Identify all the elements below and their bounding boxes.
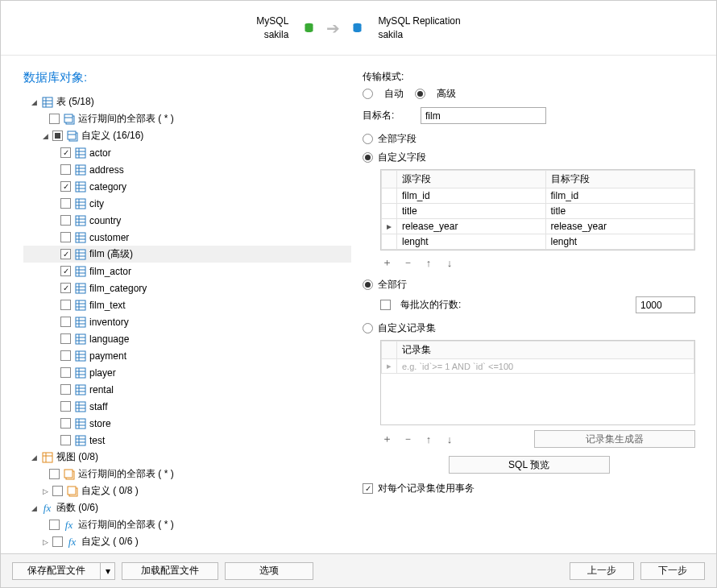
- tree-node-views-custom[interactable]: ▷ 自定义 ( 0/8 ): [23, 482, 351, 499]
- tree-table-rental[interactable]: rental: [23, 381, 351, 398]
- prev-button[interactable]: 上一步: [570, 562, 634, 580]
- svg-rect-88: [64, 470, 73, 478]
- tree-node-functions-custom[interactable]: ▷ fx 自定义 ( 0/6 ): [23, 533, 351, 550]
- field-row[interactable]: lenghtlenght: [382, 234, 694, 250]
- tree-node-tables-runtime[interactable]: 运行期间的全部表 ( * ): [23, 110, 351, 127]
- tree-table-film_actor[interactable]: film_actor: [23, 263, 351, 280]
- radio-custom-records[interactable]: [363, 323, 373, 333]
- checkbox-icon[interactable]: [60, 401, 71, 412]
- radio-auto[interactable]: [363, 89, 373, 99]
- target-name-input[interactable]: [421, 107, 546, 124]
- tree-table-player[interactable]: player: [23, 364, 351, 381]
- load-profile-button[interactable]: 加载配置文件: [122, 562, 218, 580]
- checkbox-icon[interactable]: [60, 232, 71, 242]
- tree-table-film_text[interactable]: film_text: [23, 296, 351, 313]
- radio-all-fields[interactable]: [363, 134, 373, 144]
- up-icon[interactable]: ↑: [422, 433, 435, 445]
- tree-table-payment[interactable]: payment: [23, 347, 351, 364]
- remove-icon[interactable]: －: [401, 432, 414, 446]
- save-profile-dropdown[interactable]: ▾: [101, 562, 115, 580]
- checkbox-icon[interactable]: [60, 215, 71, 226]
- field-row[interactable]: titletitle: [382, 204, 694, 219]
- field-row[interactable]: film_idfilm_id: [382, 188, 694, 204]
- tree-table-film (高级)[interactable]: film (高级): [23, 246, 351, 263]
- tree-table-address[interactable]: address: [23, 161, 351, 178]
- tree-table-staff[interactable]: staff: [23, 398, 351, 415]
- save-profile-button[interactable]: 保存配置文件: [12, 562, 101, 580]
- checkbox-icon[interactable]: [60, 198, 71, 209]
- tree-label: 表 (5/18): [56, 95, 94, 109]
- checkbox-batch[interactable]: [380, 300, 391, 310]
- tree-node-functions[interactable]: ◢ fx 函数 (0/6): [23, 499, 351, 516]
- function-icon: fx: [41, 502, 53, 514]
- field-row[interactable]: ▸release_yearrelease_year: [382, 219, 694, 234]
- tree-node-tables-custom[interactable]: ◢ 自定义 (16/16): [23, 127, 351, 144]
- checkbox-icon[interactable]: [60, 367, 71, 378]
- checkbox-icon[interactable]: [60, 249, 71, 259]
- tree-table-customer[interactable]: customer: [23, 229, 351, 246]
- checkbox-partial-icon[interactable]: [52, 130, 63, 141]
- tree-table-country[interactable]: country: [23, 212, 351, 229]
- checkbox-use-transaction[interactable]: [363, 483, 373, 494]
- col-target: 目标字段: [545, 171, 694, 188]
- checkbox-icon[interactable]: [60, 300, 71, 310]
- checkbox-icon[interactable]: [60, 317, 71, 327]
- checkbox-icon[interactable]: [60, 333, 71, 344]
- checkbox-icon[interactable]: [52, 486, 63, 496]
- table-icon: [74, 400, 86, 412]
- checkbox-icon[interactable]: [60, 435, 71, 445]
- checkbox-icon[interactable]: [60, 181, 71, 192]
- radio-custom-fields[interactable]: [363, 152, 373, 163]
- radio-all-rows[interactable]: [363, 280, 373, 290]
- tree-label: film_actor: [89, 266, 131, 277]
- checkbox-icon[interactable]: [60, 164, 71, 175]
- checkbox-icon[interactable]: [60, 266, 71, 276]
- down-icon[interactable]: ↓: [443, 257, 456, 269]
- tree-label: address: [89, 164, 124, 176]
- svg-rect-24: [76, 199, 85, 209]
- sql-preview-button[interactable]: SQL 预览: [449, 456, 610, 474]
- options-button[interactable]: 选项: [225, 562, 313, 580]
- checkbox-icon[interactable]: [60, 384, 71, 395]
- recordset-grid[interactable]: 记录集 ▸e.g. `id`>= 1 AND `id` <=100: [380, 340, 695, 425]
- tree-node-tables[interactable]: ◢ 表 (5/18): [23, 93, 351, 110]
- checkbox-icon[interactable]: [60, 418, 71, 429]
- tree-table-store[interactable]: store: [23, 415, 351, 432]
- generator-button[interactable]: 记录集生成器: [534, 430, 695, 448]
- tree-table-test[interactable]: test: [23, 432, 351, 449]
- tree-table-category[interactable]: category: [23, 178, 351, 195]
- checkbox-icon[interactable]: [60, 350, 71, 361]
- batch-input[interactable]: [636, 296, 695, 313]
- database-icon: [351, 22, 363, 34]
- recordset-placeholder[interactable]: e.g. `id`>= 1 AND `id` <=100: [397, 359, 694, 374]
- tree-node-views-runtime[interactable]: 运行期间的全部表 ( * ): [23, 466, 351, 482]
- checkbox-icon[interactable]: [60, 283, 71, 293]
- tree-label: store: [89, 418, 111, 429]
- tree-table-language[interactable]: language: [23, 330, 351, 347]
- remove-icon[interactable]: －: [401, 255, 414, 270]
- tree-table-inventory[interactable]: inventory: [23, 313, 351, 330]
- tree-label: 自定义 (16/16): [81, 129, 143, 143]
- checkbox-icon[interactable]: [60, 147, 71, 158]
- tree-node-functions-runtime[interactable]: fx 运行期间的全部表 ( * ): [23, 516, 351, 533]
- table-icon: [74, 197, 86, 209]
- table-icon: [74, 265, 86, 277]
- radio-advanced[interactable]: [415, 89, 425, 99]
- add-icon[interactable]: ＋: [380, 255, 393, 270]
- tree-table-city[interactable]: city: [23, 195, 351, 212]
- tree-table-film_category[interactable]: film_category: [23, 280, 351, 296]
- svg-rect-80: [76, 436, 85, 445]
- add-icon[interactable]: ＋: [380, 432, 393, 446]
- up-icon[interactable]: ↑: [422, 257, 435, 269]
- next-button[interactable]: 下一步: [640, 562, 705, 580]
- field-mapping-grid[interactable]: 源字段目标字段 film_idfilm_idtitletitle▸release…: [380, 169, 695, 251]
- checkbox-icon[interactable]: [49, 520, 60, 530]
- tree-label: 自定义 ( 0/8 ): [81, 484, 139, 498]
- tree-table-actor[interactable]: actor: [23, 144, 351, 161]
- down-icon[interactable]: ↓: [443, 433, 456, 445]
- svg-rect-52: [76, 317, 85, 327]
- checkbox-icon[interactable]: [49, 469, 60, 479]
- checkbox-icon[interactable]: [52, 536, 63, 547]
- tree-node-views[interactable]: ◢ 视图 (0/8): [23, 449, 351, 466]
- checkbox-icon[interactable]: [49, 114, 60, 124]
